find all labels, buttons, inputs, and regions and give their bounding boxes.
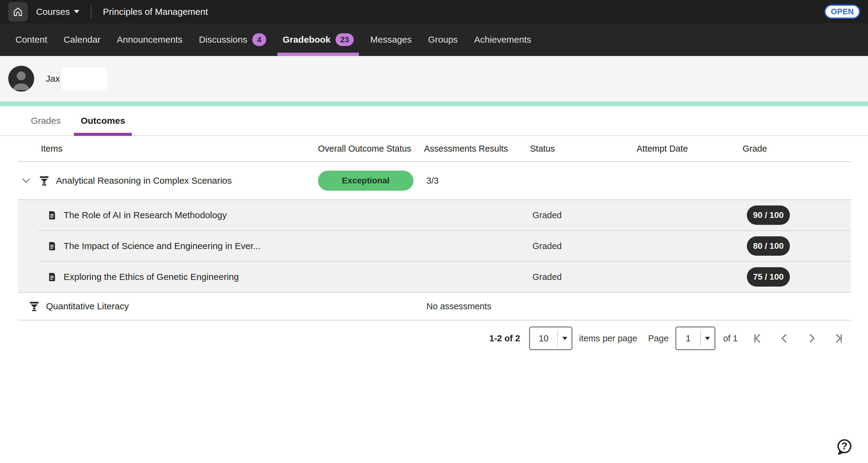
nav-item-label: Calendar <box>64 34 100 45</box>
page-number-value: 1 <box>676 333 700 343</box>
nav-item-messages[interactable]: Messages <box>362 23 420 56</box>
top-bar: Courses Principles of Management OPEN <box>0 0 868 23</box>
breadcrumb-divider <box>91 5 91 19</box>
caret-down-icon <box>74 10 79 13</box>
assessment-row: The Impact of Science and Engineering in… <box>18 231 851 261</box>
outcome-funnel-icon <box>29 301 40 312</box>
header-status: Status <box>530 144 637 154</box>
avatar-silhouette-icon <box>8 66 34 92</box>
pagination-bar: 1-2 of 2 10 items per page Page 1 of 1 <box>18 321 851 356</box>
assessment-status: Graded <box>530 272 562 282</box>
assessment-row: Exploring the Ethics of Genetic Engineer… <box>18 262 851 292</box>
outcome-row: Analytical Reasoning in Complex Scenario… <box>18 161 851 199</box>
page-label: Page <box>648 333 669 343</box>
discussions-count-badge: 4 <box>252 33 266 46</box>
document-icon <box>47 241 57 251</box>
header-assessments-results: Assessments Results <box>424 144 530 154</box>
header-items: Items <box>18 144 318 154</box>
tab-label: Grades <box>31 115 61 126</box>
tab-grades[interactable]: Grades <box>24 106 67 135</box>
nav-item-groups[interactable]: Groups <box>420 23 466 56</box>
student-name: Jax <box>46 73 60 84</box>
gradebook-tabs: Grades Outcomes <box>0 106 868 136</box>
nav-item-calendar[interactable]: Calendar <box>55 23 109 56</box>
header-overall-outcome-status: Overall Outcome Status <box>318 144 424 154</box>
student-header: Jax <box>0 56 868 101</box>
nav-item-label: Gradebook <box>283 34 331 45</box>
previous-page-icon <box>779 333 790 344</box>
previous-page-button[interactable] <box>778 332 790 344</box>
nav-item-gradebook[interactable]: Gradebook 23 <box>274 23 362 56</box>
tab-label: Outcomes <box>81 115 125 126</box>
last-page-icon <box>834 333 844 344</box>
assessment-title: The Impact of Science and Engineering in… <box>64 241 260 251</box>
gradebook-count-badge: 23 <box>336 33 354 46</box>
assessment-status: Graded <box>530 210 562 220</box>
assessment-row: The Role of AI in Research Methodology G… <box>18 200 851 230</box>
course-title: Principles of Management <box>103 7 208 17</box>
courses-menu[interactable]: Courses <box>36 7 79 17</box>
help-button[interactable]: ? <box>835 438 853 456</box>
grade-pill: 90 / 100 <box>747 205 790 225</box>
name-redaction-box <box>61 67 107 90</box>
nav-item-label: Groups <box>428 34 458 45</box>
home-icon <box>12 6 23 17</box>
assessment-title: Exploring the Ethics of Genetic Engineer… <box>64 272 239 282</box>
open-status-badge: OPEN <box>825 4 860 19</box>
outcome-funnel-icon <box>39 175 50 186</box>
avatar <box>8 66 34 92</box>
items-per-page-value: 10 <box>530 333 557 343</box>
pager-buttons <box>751 332 845 344</box>
nav-item-content[interactable]: Content <box>7 23 55 56</box>
outcomes-table: Items Overall Outcome Status Assessments… <box>18 136 851 356</box>
first-page-icon <box>752 333 763 344</box>
next-page-button[interactable] <box>806 332 818 344</box>
items-per-page-select[interactable]: 10 <box>529 327 572 350</box>
teal-accent-bar <box>0 101 868 106</box>
nav-item-achievements[interactable]: Achievements <box>466 23 539 56</box>
header-grade: Grade <box>743 144 851 154</box>
collapse-outcome-button[interactable] <box>20 175 32 187</box>
courses-label: Courses <box>36 7 70 17</box>
caret-down-icon <box>562 337 567 340</box>
outcome-title: Analytical Reasoning in Complex Scenario… <box>56 175 232 186</box>
grade-pill: 75 / 100 <box>747 267 790 287</box>
help-icon: ? <box>835 438 853 456</box>
nav-item-announcements[interactable]: Announcements <box>109 23 191 56</box>
nav-item-discussions[interactable]: Discussions 4 <box>191 23 275 56</box>
nav-item-label: Achievements <box>474 34 531 45</box>
nav-item-label: Announcements <box>117 34 183 45</box>
page-of-label: of 1 <box>723 333 738 343</box>
assessments-results-value: No assessments <box>424 301 491 311</box>
first-page-button[interactable] <box>751 332 763 344</box>
next-page-icon <box>806 333 817 344</box>
overall-status-badge: Exceptional <box>318 171 413 191</box>
table-header-row: Items Overall Outcome Status Assessments… <box>18 136 851 161</box>
tab-outcomes[interactable]: Outcomes <box>74 106 132 135</box>
items-per-page-label: items per page <box>579 333 637 343</box>
header-attempt-date: Attempt Date <box>637 144 743 154</box>
assessment-title: The Role of AI in Research Methodology <box>64 210 227 220</box>
results-range-label: 1-2 of 2 <box>489 333 520 343</box>
svg-text:?: ? <box>841 440 847 452</box>
home-button[interactable] <box>8 2 28 22</box>
document-icon <box>47 272 57 282</box>
page-number-select[interactable]: 1 <box>675 327 715 350</box>
caret-down-icon <box>705 337 710 340</box>
grade-pill: 80 / 100 <box>747 236 790 256</box>
nav-item-label: Discussions <box>199 34 247 45</box>
chevron-down-icon <box>21 175 31 186</box>
course-navbar: Content Calendar Announcements Discussio… <box>0 23 868 56</box>
nav-item-label: Content <box>16 34 47 45</box>
outcome-title: Quantitative Literacy <box>46 301 129 311</box>
assessments-group: The Role of AI in Research Methodology G… <box>18 199 851 293</box>
assessment-status: Graded <box>530 241 562 251</box>
nav-item-label: Messages <box>370 34 411 45</box>
document-icon <box>47 210 57 220</box>
last-page-button[interactable] <box>833 332 845 344</box>
outcome-row: Quantitative Literacy No assessments <box>18 293 851 321</box>
assessments-results-value: 3/3 <box>424 176 438 186</box>
